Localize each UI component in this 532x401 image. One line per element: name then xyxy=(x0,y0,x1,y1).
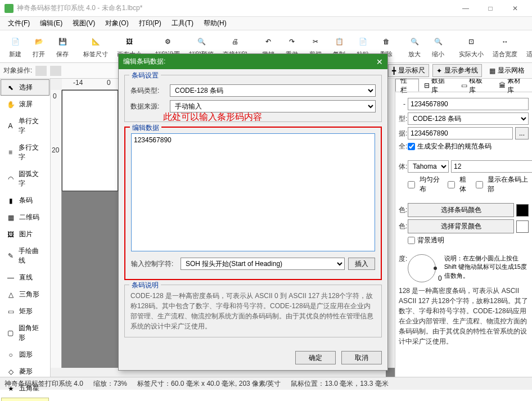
tool-矩形[interactable]: ▭矩形 xyxy=(1,303,49,319)
tab-properties[interactable]: 性栏 xyxy=(395,79,419,92)
cancel-button[interactable]: 取消 xyxy=(341,351,382,364)
barcode-data-input[interactable] xyxy=(408,127,513,139)
toolbar-缩小[interactable]: 🔍缩小 xyxy=(426,33,450,60)
toolbar-标签尺寸[interactable]: 📐标签尺寸 xyxy=(79,33,112,60)
toolbar-icon: 💾 xyxy=(55,34,70,49)
safe-checkbox[interactable] xyxy=(408,143,415,150)
edit-barcode-dialog: 编辑条码数据: ✕ 条码设置 条码类型: CODE-128 条码 数据来源: 手… xyxy=(118,53,388,371)
tab-templates[interactable]: ▭模板库 xyxy=(456,79,494,92)
tool-单行文字[interactable]: A单行文字 xyxy=(1,113,49,139)
tool-三角形[interactable]: △三角形 xyxy=(1,286,49,303)
tool-图片[interactable]: 🖼图片 xyxy=(1,226,49,242)
data-more-button[interactable]: ... xyxy=(515,127,529,139)
menu-item[interactable]: 文件(F) xyxy=(3,17,34,29)
minimize-button[interactable]: — xyxy=(453,0,478,17)
menu-item[interactable]: 工具(T) xyxy=(167,17,198,29)
even-checkbox[interactable] xyxy=(408,181,415,188)
toggle-guides[interactable]: ✦显示参考线 xyxy=(432,64,482,77)
toolbar-保存[interactable]: 💾保存 xyxy=(51,33,74,60)
tools-panel: ⬉选择✋滚屏A单行文字≡多行文字◠圆弧文字▮条码▦二维码🖼图片✎手绘曲线—直线△… xyxy=(0,79,51,377)
ok-button[interactable]: 确定 xyxy=(295,351,336,364)
tool-icon: ◠ xyxy=(6,174,15,183)
tool-icon: ★ xyxy=(6,384,16,393)
tool-icon: ▭ xyxy=(6,307,16,316)
toolbar-适合高度[interactable]: ↕适合高度 xyxy=(522,33,532,60)
tool-圆角矩形[interactable]: ▢圆角矩形 xyxy=(1,320,49,346)
dialog-titlebar[interactable]: 编辑条码数据: ✕ xyxy=(119,54,387,69)
menu-item[interactable]: 打印(P) xyxy=(134,17,166,29)
toolbar-icon: 📂 xyxy=(31,34,46,49)
insert-button[interactable]: 插入 xyxy=(348,258,375,270)
toolbar-适合宽度[interactable]: ↔适合宽度 xyxy=(488,33,522,60)
tool-icon: — xyxy=(6,273,16,282)
type-label: 条码类型: xyxy=(130,86,166,96)
tool-icon: △ xyxy=(6,290,16,299)
tool-多行文字[interactable]: ≡多行文字 xyxy=(1,139,49,165)
data-preview[interactable] xyxy=(408,98,529,110)
angle-value: 0 xyxy=(438,274,442,282)
dialog-close-icon[interactable]: ✕ xyxy=(376,57,383,66)
tool-icon: ✎ xyxy=(6,251,15,260)
menu-item[interactable]: 对象(O) xyxy=(101,17,133,29)
dlg-type-select[interactable]: CODE-128 条码 xyxy=(170,84,376,97)
dialog-title: 编辑条码数据: xyxy=(123,57,376,66)
tool-条码[interactable]: ▮条码 xyxy=(1,192,49,209)
label-paper[interactable] xyxy=(62,90,118,191)
tool-圆形[interactable]: ○圆形 xyxy=(1,346,49,363)
safe-label: 生成安全易扫的规范条码 xyxy=(417,142,492,151)
layer-icon-2[interactable] xyxy=(50,66,61,76)
layer-icon[interactable] xyxy=(35,66,47,76)
statusbar: 神奇条码标签打印系统 4.0 缩放：73% 标签尺寸：60.0 毫米 x 40.… xyxy=(0,377,532,390)
toggle-grid[interactable]: ▦显示网格 xyxy=(485,64,529,77)
transparent-checkbox[interactable] xyxy=(408,237,415,244)
tool-icon: ◇ xyxy=(6,367,16,376)
ctrlchar-label: 输入控制字符: xyxy=(131,259,177,269)
titlebar: 神奇条码标签打印系统 4.0 - 未命名1.lbcp* — □ ✕ xyxy=(0,0,532,17)
tool-五角星[interactable]: ★五角星 xyxy=(1,380,49,397)
toolbar-icon: ↶ xyxy=(261,34,276,49)
font-select[interactable]: Tahoma xyxy=(408,160,449,173)
tool-二维码[interactable]: ▦二维码 xyxy=(1,209,49,226)
tool-直线[interactable]: —直线 xyxy=(1,269,49,286)
angle-desc: 说明：在左侧小圆点上按住 Shift 键拖动鼠标可以生成15度倍数角。 xyxy=(444,254,529,280)
tool-圆弧文字[interactable]: ◠圆弧文字 xyxy=(1,166,49,192)
barcode-desc-group: 条码说明 CODE-128 是一种高密度条码，可表示从 ASCII 0 到 AS… xyxy=(124,285,382,337)
barcode-type-select[interactable]: CODE-128 条码 xyxy=(408,112,529,125)
status-zoom: 缩放：73% xyxy=(93,379,127,389)
tool-手绘曲线[interactable]: ✎手绘曲线 xyxy=(1,243,49,269)
toolbar-实际大小[interactable]: ⊡实际大小 xyxy=(454,33,488,60)
menu-item[interactable]: 视图(V) xyxy=(68,17,100,29)
ctrlchar-select[interactable]: SOH 报头开始(Start of Heading) xyxy=(181,258,345,270)
tab-database[interactable]: ⊟数据库 xyxy=(419,79,456,92)
tab-assets[interactable]: 🏛素材库 xyxy=(494,79,532,92)
close-button[interactable]: ✕ xyxy=(503,0,528,17)
toggle-ruler[interactable]: ╋显示标尺 xyxy=(388,64,429,77)
bg-color-button[interactable]: 选择背景颜色 xyxy=(408,219,514,233)
bold-checkbox[interactable] xyxy=(448,181,455,188)
maximize-button[interactable]: □ xyxy=(478,0,503,17)
dlg-source-select[interactable]: 手动输入 xyxy=(170,100,376,112)
tool-菱形[interactable]: ◇菱形 xyxy=(1,363,49,380)
toolbar-icon: ↔ xyxy=(498,34,512,49)
tool-icon: 🖼 xyxy=(6,230,16,239)
toolbar-icon: 📐 xyxy=(88,34,103,49)
menu-item[interactable]: 帮助(H) xyxy=(199,17,231,29)
font-size-input[interactable] xyxy=(451,160,532,173)
tool-滚屏[interactable]: ✋滚屏 xyxy=(1,96,49,112)
angle-dial[interactable] xyxy=(408,254,436,282)
tool-icon: ▦ xyxy=(6,213,16,222)
toolbar-新建[interactable]: 📄新建 xyxy=(3,33,27,60)
tool-选择[interactable]: ⬉选择 xyxy=(1,79,49,96)
showtop-checkbox[interactable] xyxy=(476,181,483,188)
fg-color-button[interactable]: 选择条码颜色 xyxy=(408,203,514,217)
toolbar-icon: 📋 xyxy=(332,34,346,49)
group-legend: 条码设置 xyxy=(129,71,161,80)
source-label: 数据来源: xyxy=(130,102,166,111)
properties-panel: 性栏 ⊟数据库 ▭模板库 🏛素材库 - 型:CODE-128 条码 据:... … xyxy=(395,79,532,377)
barcode-data-textarea[interactable]: 1234567890 xyxy=(131,133,375,251)
object-ops-label: 对象操作: xyxy=(3,66,32,75)
window-title: 神奇条码标签打印系统 4.0 - 未命名1.lbcp* xyxy=(17,3,453,13)
toolbar-打开[interactable]: 📂打开 xyxy=(27,33,51,60)
menu-item[interactable]: 编辑(E) xyxy=(35,17,67,29)
toolbar-放大[interactable]: 🔍放大 xyxy=(403,33,426,60)
